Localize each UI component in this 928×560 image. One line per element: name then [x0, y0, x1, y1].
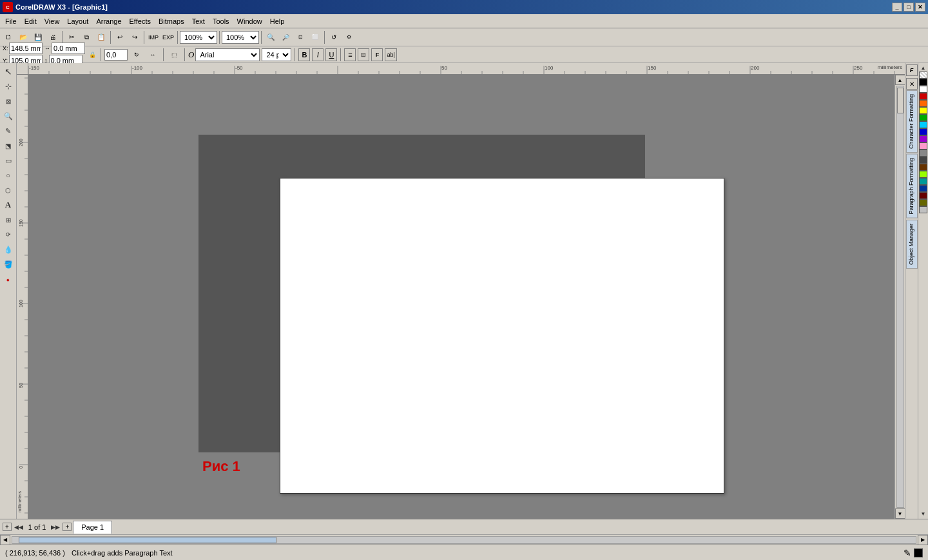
page-nav-left-btn[interactable]: ◀◀: [13, 524, 24, 530]
obj-manager-tab[interactable]: Object Manager: [906, 220, 918, 269]
swatch-teal[interactable]: [919, 178, 927, 185]
swatch-orange[interactable]: [919, 100, 927, 107]
swatch-maroon[interactable]: [919, 192, 927, 199]
palette-scroll-up[interactable]: ▲: [921, 64, 926, 72]
bold-btn[interactable]: B: [298, 48, 310, 61]
zoom-in-btn[interactable]: 🔍: [264, 30, 278, 44]
lock-ratio-btn[interactable]: 🔒: [87, 48, 97, 62]
menu-arrange[interactable]: Arrange: [92, 16, 125, 26]
export-button[interactable]: EXP: [161, 30, 175, 44]
eyedropper-btn[interactable]: 💧: [1, 242, 15, 256]
ellipse-tool-btn[interactable]: ○: [1, 168, 15, 182]
left-toolbox: ↖ ⊹ ⊠ 🔍 ✎ ⬔ ▭ ○ ⬡ A ⊞ ⟳ 💧 🪣 ⬥: [0, 63, 17, 519]
h-scroll-thumb[interactable]: [19, 537, 276, 543]
swatch-white[interactable]: [919, 86, 927, 93]
palette-scroll-down[interactable]: ▼: [921, 510, 926, 517]
refresh-btn[interactable]: ↺: [327, 30, 341, 44]
mirror-btn[interactable]: ⬚: [167, 48, 181, 62]
h-scroll-left-btn[interactable]: ◀: [0, 535, 10, 545]
swatch-gray[interactable]: [919, 150, 927, 157]
h-scroll-right-btn[interactable]: ▶: [918, 535, 928, 545]
standard-toolbar: 🗋 📂 💾 🖨 ✂ ⧉ 📋 ↩ ↪ IMP EXP 100% 100% 🔍 🔎 …: [0, 28, 928, 46]
outline-tool-btn[interactable]: ⬥: [1, 272, 15, 286]
import-button[interactable]: IMP: [146, 30, 160, 44]
swatch-darkgray[interactable]: [919, 157, 927, 164]
scroll-down-btn[interactable]: ▼: [895, 508, 905, 519]
swatch-none[interactable]: [919, 72, 927, 79]
shape-tool-btn[interactable]: ⊹: [1, 79, 15, 93]
zoom2-select[interactable]: 100%: [222, 31, 259, 44]
text-wrap-btn[interactable]: ab|: [385, 48, 396, 61]
zoom-tool-btn[interactable]: 🔍: [1, 109, 15, 123]
align-right-btn[interactable]: ⊟: [358, 48, 369, 61]
menu-text[interactable]: Text: [188, 16, 209, 26]
smart-fill-btn[interactable]: ⬔: [1, 139, 15, 153]
menu-layout[interactable]: Layout: [63, 16, 92, 26]
table-tool-btn[interactable]: ⊞: [1, 213, 15, 227]
w-input[interactable]: [52, 43, 85, 54]
menu-window[interactable]: Window: [233, 16, 266, 26]
rectangle-tool-btn[interactable]: ▭: [1, 153, 15, 168]
zoom-fit-btn[interactable]: ⊡: [293, 30, 307, 44]
paste-button[interactable]: 📋: [94, 30, 108, 44]
char-format-btn[interactable]: F: [371, 48, 383, 61]
interactive-blend-btn[interactable]: ⟳: [1, 227, 15, 242]
drawing-canvas[interactable]: Рис 1: [28, 75, 894, 519]
swatch-cyan[interactable]: [919, 121, 927, 128]
undo-button[interactable]: ↩: [113, 30, 127, 44]
minimize-button[interactable]: _: [892, 3, 902, 12]
page-count-label: 1 of 1: [26, 523, 49, 531]
select-tool-btn[interactable]: ↖: [1, 64, 15, 79]
flip-h-btn[interactable]: ↔: [146, 48, 160, 62]
page-nav-right-btn[interactable]: ▶▶: [50, 524, 61, 530]
swatch-red[interactable]: [919, 93, 927, 100]
crop-tool-btn[interactable]: ⊠: [1, 94, 15, 108]
menu-tools[interactable]: Tools: [209, 16, 233, 26]
polygon-tool-btn[interactable]: ⬡: [1, 183, 15, 197]
redo-button[interactable]: ↪: [128, 30, 142, 44]
rotate-btn[interactable]: ↻: [130, 48, 144, 62]
align-left-btn[interactable]: ≡: [344, 48, 356, 61]
freehand-tool-btn[interactable]: ✎: [1, 124, 15, 138]
menu-help[interactable]: Help: [266, 16, 289, 26]
menu-file[interactable]: File: [1, 16, 21, 26]
swatch-purple[interactable]: [919, 135, 927, 142]
menu-bitmaps[interactable]: Bitmaps: [155, 16, 188, 26]
close-panel-btn[interactable]: ✕: [906, 78, 918, 90]
x-input[interactable]: [9, 43, 43, 54]
page-tab-1[interactable]: Page 1: [73, 521, 112, 534]
underline-btn[interactable]: U: [325, 48, 337, 61]
page-add-right-btn[interactable]: +: [63, 523, 72, 531]
zoom-select[interactable]: 100%: [180, 31, 217, 44]
fill-tool-btn[interactable]: 🪣: [1, 257, 15, 271]
options-btn[interactable]: ⚙: [342, 30, 356, 44]
swatch-brown[interactable]: [919, 164, 927, 171]
italic-btn[interactable]: I: [312, 48, 324, 61]
swatch-lime[interactable]: [919, 171, 927, 178]
page-add-left-btn[interactable]: +: [3, 523, 12, 531]
swatch-silver[interactable]: [919, 206, 927, 213]
swatch-yellow[interactable]: [919, 107, 927, 114]
maximize-button[interactable]: □: [904, 3, 914, 12]
close-button[interactable]: ✕: [915, 3, 925, 12]
scroll-up-btn[interactable]: ▲: [895, 75, 905, 85]
angle-input[interactable]: [104, 49, 128, 61]
menu-view[interactable]: View: [41, 16, 64, 26]
swatch-olive[interactable]: [919, 199, 927, 206]
char-format-tab[interactable]: Character Formatting: [906, 90, 918, 153]
menu-edit[interactable]: Edit: [21, 16, 41, 26]
font-selector[interactable]: Arial: [195, 48, 260, 61]
swatch-green[interactable]: [919, 114, 927, 121]
font-size-selector[interactable]: 24 pt: [262, 48, 291, 61]
v-scroll-thumb[interactable]: [897, 88, 904, 113]
para-format-tab[interactable]: Paragraph Formatting: [906, 154, 918, 218]
text-tool-btn[interactable]: A: [1, 198, 15, 212]
menu-effects[interactable]: Effects: [126, 16, 155, 26]
char-format-tab-icon[interactable]: F: [906, 64, 918, 76]
swatch-blue[interactable]: [919, 128, 927, 135]
swatch-navy[interactable]: [919, 185, 927, 192]
swatch-pink[interactable]: [919, 142, 927, 150]
zoom-page-btn[interactable]: ⬜: [308, 30, 322, 44]
zoom-out-btn[interactable]: 🔎: [278, 30, 293, 44]
swatch-black[interactable]: [919, 79, 927, 86]
